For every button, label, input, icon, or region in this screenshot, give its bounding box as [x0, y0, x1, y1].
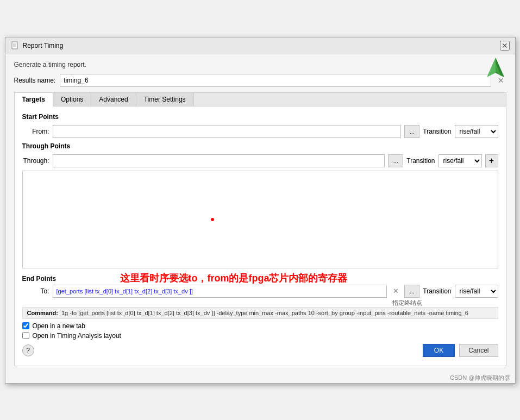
to-input[interactable] [53, 285, 387, 298]
from-input[interactable] [53, 125, 402, 138]
annotation-text: 这里看时序要选to，from的是fpga芯片内部的寄存器 [120, 272, 348, 285]
command-text: 1g -to [get_ports [list tx_d[0] tx_d[1] … [61, 310, 493, 316]
through-points-section: Through Points Through: ... Transition r… [22, 142, 498, 268]
to-label: To: [22, 287, 49, 295]
results-name-row: Results name: ✕ [14, 74, 506, 87]
end-points-row: End Points 这里看时序要选to，from的是fpga芯片内部的寄存器 [22, 273, 498, 283]
through-transition-select[interactable]: rise/fall rise fall [438, 154, 482, 167]
dialog-title: Report Timing [23, 42, 64, 49]
dialog-subtitle: Generate a timing report. [14, 61, 86, 68]
from-ellipsis-button[interactable]: ... [404, 125, 419, 138]
end-points-title: End Points [22, 273, 66, 283]
results-name-label: Results name: [14, 77, 56, 84]
footer-row: ? OK Cancel [22, 340, 498, 359]
through-input[interactable] [53, 154, 385, 167]
help-button[interactable]: ? [22, 344, 34, 356]
dialog-body: Generate a timing report. Results name: … [5, 54, 515, 373]
to-transition-label: Transition [423, 287, 451, 295]
tab-targets-content: Start Points From: ... Transition rise/f… [15, 106, 506, 366]
start-points-title: Start Points [22, 113, 498, 121]
to-ellipsis-button[interactable]: ... [404, 285, 419, 298]
title-bar-left: Report Timing [11, 41, 64, 50]
from-label: From: [22, 128, 49, 135]
checkboxes-area: Open in a new tab Open in Timing Analysi… [22, 322, 498, 340]
red-dot-indicator [211, 218, 214, 221]
watermark: CSDN @帅虎晓期的彦 [5, 373, 515, 383]
command-label: Command: [27, 310, 58, 316]
through-label: Through: [22, 157, 49, 165]
command-row: Command: 1g -to [get_ports [list tx_d[0]… [22, 307, 498, 319]
to-clear-button[interactable]: ✕ [390, 286, 401, 297]
from-transition-label: Transition [423, 128, 451, 135]
through-add-button[interactable]: + [485, 154, 498, 167]
tab-advanced[interactable]: Advanced [91, 93, 136, 106]
tab-targets[interactable]: Targets [15, 93, 53, 106]
app-logo [485, 57, 506, 78]
open-timing-layout-checkbox[interactable] [22, 332, 29, 339]
from-row: From: ... Transition rise/fall rise fall [22, 125, 498, 138]
results-name-input[interactable] [60, 74, 491, 87]
open-timing-layout-label: Open in Timing Analysis layout [33, 332, 121, 340]
report-timing-dialog: Report Timing ✕ Generate a timing report… [5, 37, 516, 384]
title-bar: Report Timing ✕ [5, 37, 515, 54]
through-transition-label: Transition [406, 157, 435, 165]
to-row: To: ✕ ... Transition rise/fall rise fall [22, 285, 498, 298]
end-points-wrapper: End Points 这里看时序要选to，from的是fpga芯片内部的寄存器 … [22, 273, 498, 307]
from-transition-select[interactable]: rise/fall rise fall [455, 125, 498, 138]
open-timing-layout-row: Open in Timing Analysis layout [22, 332, 498, 340]
through-points-title: Through Points [22, 142, 498, 150]
to-transition-select[interactable]: rise/fall rise fall [455, 285, 498, 298]
tabs-container: Targets Options Advanced Timer Settings … [14, 92, 506, 366]
tab-options[interactable]: Options [53, 93, 91, 106]
through-area [22, 171, 498, 268]
through-header-row: Through: ... Transition rise/fall rise f… [22, 154, 498, 167]
to-tooltip: 指定终结点 [22, 299, 498, 307]
close-button[interactable]: ✕ [500, 41, 510, 51]
tab-timer-settings[interactable]: Timer Settings [136, 93, 194, 106]
footer-right: OK Cancel [423, 344, 498, 357]
report-icon [11, 41, 20, 50]
open-new-tab-checkbox[interactable] [22, 322, 29, 329]
ok-button[interactable]: OK [423, 344, 455, 357]
open-new-tab-row: Open in a new tab [22, 322, 498, 330]
open-new-tab-label: Open in a new tab [33, 322, 85, 330]
through-ellipsis-button[interactable]: ... [388, 154, 403, 167]
cancel-button[interactable]: Cancel [459, 344, 498, 357]
tabs-header: Targets Options Advanced Timer Settings [15, 93, 506, 106]
footer-left: ? [22, 344, 34, 356]
